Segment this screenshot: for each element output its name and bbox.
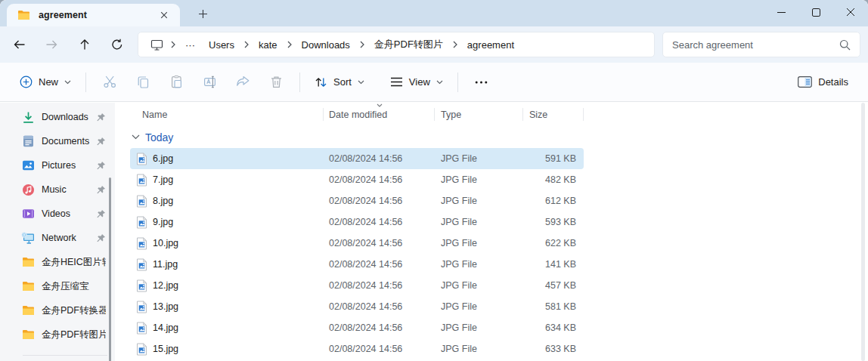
file-row-15.jpg[interactable]: 15.jpg02/08/2024 14:56JPG File633 KB [130, 338, 584, 359]
file-date: 02/08/2024 14:56 [324, 344, 435, 354]
up-arrow-icon [79, 39, 91, 51]
file-size: 633 KB [523, 344, 584, 354]
minimize-button[interactable] [764, 0, 798, 24]
sidebar-item-Pictures[interactable]: Pictures [0, 153, 115, 177]
new-tab-button[interactable] [192, 3, 213, 24]
tab-close-button[interactable] [156, 7, 172, 23]
details-button[interactable]: Details [790, 71, 856, 93]
close-window-icon [846, 8, 855, 17]
breadcrumb[interactable]: ···UserskateDownloads金舟PDF转图片agreement [138, 32, 655, 57]
copy-button[interactable] [126, 69, 160, 96]
pin-icon [96, 137, 106, 147]
group-header-today[interactable]: Today [130, 126, 868, 148]
this-pc-icon[interactable] [144, 39, 168, 51]
forward-arrow-icon [45, 39, 58, 51]
downloads-icon [21, 111, 35, 124]
jpg-file-icon [136, 237, 147, 250]
new-icon [20, 76, 33, 88]
sort-descending-icon [377, 103, 383, 107]
file-type: JPG File [435, 280, 523, 291]
file-row-13.jpg[interactable]: 13.jpg02/08/2024 14:56JPG File581 KB [130, 296, 584, 317]
breadcrumb-item-1[interactable]: kate [252, 37, 284, 53]
file-name: 7.jpg [153, 174, 173, 185]
breadcrumb-ellipsis[interactable]: ··· [178, 37, 202, 53]
sidebar-item-金舟PDF转图片[interactable]: 金舟PDF转图片 [0, 322, 115, 347]
breadcrumb-item-2[interactable]: Downloads [295, 37, 357, 53]
up-button[interactable] [68, 31, 101, 58]
vertical-scrollbar[interactable] [861, 103, 865, 361]
file-size: 634 KB [523, 322, 584, 333]
file-row-11.jpg[interactable]: 11.jpg02/08/2024 14:56JPG File141 KB [130, 254, 584, 275]
sort-button[interactable]: Sort [307, 71, 372, 94]
tab-title: agreement [39, 10, 156, 20]
file-row-6.jpg[interactable]: 6.jpg02/08/2024 14:56JPG File591 KB [130, 148, 584, 169]
maximize-button[interactable] [798, 0, 833, 24]
navigation-bar: ···UserskateDownloads金舟PDF转图片agreement [0, 26, 868, 63]
pin-icon [96, 233, 106, 243]
sidebar-item-Videos[interactable]: Videos [0, 202, 115, 226]
file-row-12.jpg[interactable]: 12.jpg02/08/2024 14:56JPG File457 KB [130, 275, 584, 296]
file-type: JPG File [435, 301, 523, 312]
file-row-7.jpg[interactable]: 7.jpg02/08/2024 14:56JPG File482 KB [130, 169, 584, 190]
sidebar-item-金舟压缩宝[interactable]: 金舟压缩宝 [0, 274, 115, 298]
column-header-name[interactable]: Name [130, 103, 324, 126]
breadcrumb-item-0[interactable]: Users [202, 37, 241, 53]
refresh-button[interactable] [101, 31, 133, 58]
file-row-9.jpg[interactable]: 9.jpg02/08/2024 14:56JPG File593 KB [130, 211, 584, 233]
paste-icon [169, 75, 184, 89]
search-input[interactable] [672, 39, 839, 51]
view-icon [390, 77, 403, 87]
view-button[interactable]: View [383, 71, 451, 93]
breadcrumb-item-4[interactable]: agreement [460, 37, 521, 53]
sidebar-item-金舟HEIC图片转[interactable]: 金舟HEIC图片转 [0, 250, 115, 274]
group-label: Today [145, 131, 173, 143]
close-window-button[interactable] [833, 0, 868, 24]
file-name: 13.jpg [153, 301, 178, 312]
file-date: 02/08/2024 14:56 [324, 196, 435, 206]
file-date: 02/08/2024 14:56 [324, 238, 435, 248]
column-header-type[interactable]: Type [435, 103, 523, 126]
chevron-down-icon [64, 80, 71, 85]
tab-agreement[interactable]: agreement [7, 4, 180, 26]
minimize-icon [777, 8, 786, 17]
column-header-size[interactable]: Size [523, 103, 584, 126]
sidebar-item-金舟PDF转换器[interactable]: 金舟PDF转换器 [0, 298, 115, 322]
file-date: 02/08/2024 14:56 [324, 259, 435, 270]
sidebar-item-Downloads[interactable]: Downloads [0, 105, 115, 129]
folder-icon [21, 281, 35, 292]
column-header-date-modified[interactable]: Date modified [324, 103, 435, 126]
back-button[interactable] [3, 31, 36, 58]
file-type: JPG File [435, 174, 523, 185]
more-options-button[interactable] [465, 69, 498, 96]
sidebar-scrollbar[interactable] [109, 177, 111, 361]
file-size: 612 KB [523, 196, 584, 206]
toolbar-separator [457, 73, 458, 92]
file-name: 8.jpg [153, 196, 173, 206]
file-date: 02/08/2024 14:56 [324, 301, 435, 312]
sidebar-item-Music[interactable]: Music [0, 177, 115, 202]
breadcrumb-item-3[interactable]: 金舟PDF转图片 [367, 35, 450, 54]
file-row-8.jpg[interactable]: 8.jpg02/08/2024 14:56JPG File612 KB [130, 190, 584, 211]
sidebar-item-Network[interactable]: Network [0, 226, 115, 250]
jpg-file-icon [136, 195, 147, 208]
folder-icon [17, 10, 30, 20]
file-row-10.jpg[interactable]: 10.jpg02/08/2024 14:56JPG File622 KB [130, 233, 584, 254]
paste-button[interactable] [160, 69, 193, 96]
folder-icon [21, 329, 35, 340]
delete-button[interactable] [259, 69, 293, 96]
jpg-file-icon [136, 174, 147, 187]
chevron-down-icon [132, 134, 140, 140]
file-name: 15.jpg [153, 344, 178, 354]
window-controls [764, 0, 868, 24]
new-button[interactable]: New [12, 70, 79, 94]
file-name: 9.jpg [153, 217, 173, 227]
share-button[interactable] [226, 69, 259, 96]
cut-button[interactable] [93, 69, 126, 96]
forward-button[interactable] [36, 31, 68, 58]
cut-icon [103, 75, 117, 89]
folder-icon [21, 305, 35, 316]
sidebar-item-Documents[interactable]: Documents [0, 129, 115, 153]
search-icon [839, 39, 851, 51]
file-row-14.jpg[interactable]: 14.jpg02/08/2024 14:56JPG File634 KB [130, 317, 584, 338]
rename-button[interactable] [193, 69, 226, 96]
